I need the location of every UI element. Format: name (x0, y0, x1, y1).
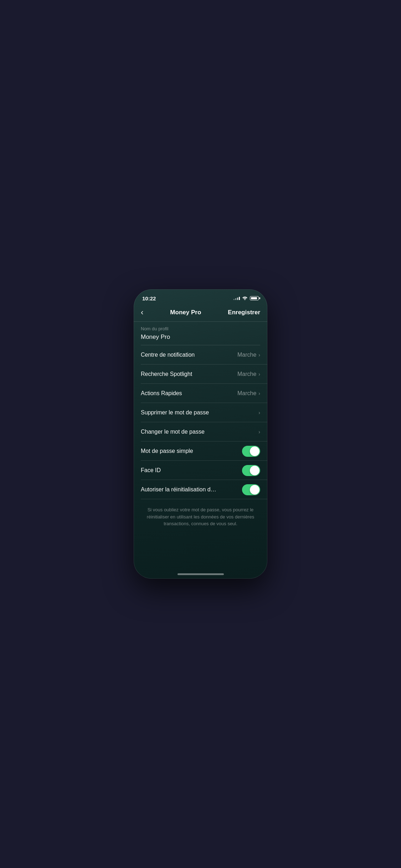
change-password-right: › (258, 429, 260, 435)
spotlight-search-right: Marche › (237, 371, 260, 377)
change-password-row[interactable]: Changer le mot de passe › (134, 422, 267, 441)
delete-password-row[interactable]: Supprimer le mot de passe › (134, 403, 267, 422)
status-time: 10:22 (142, 295, 156, 301)
allow-reset-row[interactable]: Autoriser la réinitialisation du mot de … (134, 480, 267, 499)
face-id-toggle[interactable] (242, 465, 260, 476)
delete-password-label: Supprimer le mot de passe (141, 409, 209, 416)
simple-password-toggle[interactable] (242, 446, 260, 457)
footer-note: Si vous oubliez votre mot de passe, vous… (134, 499, 267, 534)
status-bar: 10:22 (134, 289, 267, 305)
quick-actions-label: Actions Rapides (141, 390, 182, 397)
battery-icon (250, 296, 259, 300)
status-icons (233, 296, 259, 301)
allow-reset-toggle[interactable] (242, 484, 260, 495)
spotlight-search-chevron: › (258, 371, 260, 377)
face-id-label: Face ID (141, 467, 161, 474)
simple-password-row[interactable]: Mot de passe simple (134, 441, 267, 461)
notification-center-label: Centre de notification (141, 352, 195, 358)
spotlight-search-label: Recherche Spotlight (141, 371, 192, 377)
home-indicator (178, 573, 224, 575)
notification-center-right: Marche › (237, 352, 260, 358)
face-id-row[interactable]: Face ID (134, 461, 267, 480)
notification-center-row[interactable]: Centre de notification Marche › (134, 345, 267, 365)
quick-actions-value: Marche (237, 390, 256, 397)
profile-label: Nom du profil (141, 326, 260, 331)
toggle-knob (250, 485, 259, 495)
change-password-label: Changer le mot de passe (141, 429, 205, 435)
nav-title: Money Pro (170, 309, 201, 316)
back-button[interactable]: ‹ (141, 308, 143, 317)
nav-bar: ‹ Money Pro Enregistrer (134, 305, 267, 321)
toggle-knob (250, 446, 259, 456)
profile-name-input[interactable] (141, 334, 260, 345)
spotlight-search-value: Marche (237, 371, 256, 377)
phone-frame: 10:22 ‹ Money Pro Enregistrer (134, 289, 267, 579)
signal-icon (233, 297, 240, 300)
wifi-icon (242, 296, 248, 301)
spotlight-search-row[interactable]: Recherche Spotlight Marche › (134, 365, 267, 384)
quick-actions-row[interactable]: Actions Rapides Marche › (134, 384, 267, 403)
settings-list: Centre de notification Marche › Recherch… (134, 345, 267, 499)
toggle-knob (250, 466, 259, 475)
save-button[interactable]: Enregistrer (228, 309, 260, 316)
simple-password-label: Mot de passe simple (141, 448, 193, 454)
notification-center-chevron: › (258, 352, 260, 358)
quick-actions-chevron: › (258, 391, 260, 396)
notification-center-value: Marche (237, 352, 256, 358)
delete-password-chevron: › (258, 410, 260, 415)
allow-reset-label: Autoriser la réinitialisation du mot de … (141, 486, 219, 493)
change-password-chevron: › (258, 429, 260, 435)
quick-actions-right: Marche › (237, 390, 260, 397)
profile-section: Nom du profil (134, 322, 267, 345)
delete-password-right: › (258, 410, 260, 415)
